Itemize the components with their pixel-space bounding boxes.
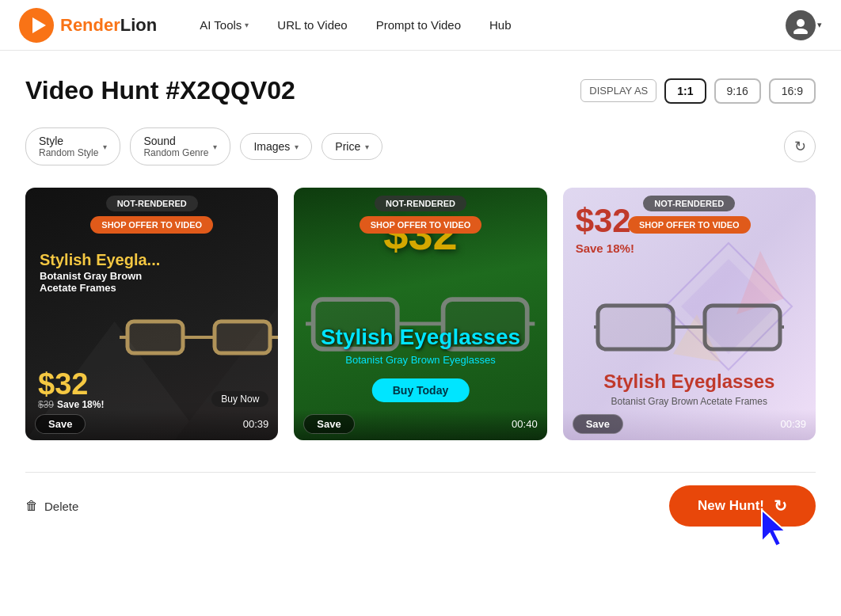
card-1-save-button[interactable]: Save bbox=[35, 414, 86, 434]
page-title: Video Hunt #X2QQV02 bbox=[25, 76, 295, 105]
card-2-not-rendered-badge: NOT-RENDERED bbox=[375, 196, 466, 211]
card-1-footer: Save 00:39 bbox=[25, 409, 278, 440]
card-2-buy-today-button[interactable]: Buy Today bbox=[372, 378, 470, 402]
card-1-sub1: Botanist Gray Brown bbox=[40, 270, 160, 282]
svg-point-3 bbox=[793, 29, 808, 34]
style-filter-button[interactable]: Style Random Style ▾ bbox=[25, 127, 120, 165]
logo-text: RenderLion bbox=[60, 15, 157, 36]
display-as-label: DISPLAY AS bbox=[580, 79, 656, 102]
card-2-shop-offer-badge: SHOP OFFER TO VIDEO bbox=[360, 216, 482, 234]
sound-chevron-icon: ▾ bbox=[213, 143, 217, 151]
logo-icon bbox=[19, 8, 54, 43]
card-3-duration: 00:39 bbox=[780, 418, 806, 430]
display-as-row: DISPLAY AS 1:1 9:16 16:9 bbox=[580, 78, 816, 104]
user-icon bbox=[792, 17, 809, 34]
card-2-save-button[interactable]: Save bbox=[303, 414, 354, 434]
card-1-title: Stylish Eyegla... bbox=[40, 251, 160, 268]
card-1-not-rendered-badge: NOT-RENDERED bbox=[106, 196, 198, 211]
ratio-16-9-button[interactable]: 16:9 bbox=[769, 78, 816, 104]
card-3-glasses-icon bbox=[594, 290, 784, 361]
card-1-glasses-icon bbox=[120, 298, 278, 377]
top-refresh-button[interactable]: ↻ bbox=[784, 131, 816, 162]
logo[interactable]: RenderLion bbox=[19, 8, 157, 43]
nav-url-to-video[interactable]: URL to Video bbox=[266, 12, 358, 38]
card-1-price-area: $32 $39 Save 18%! bbox=[38, 369, 104, 410]
card-3-not-rendered-badge: NOT-RENDERED bbox=[643, 196, 735, 211]
video-grid: NOT-RENDERED SHOP OFFER TO VIDEO Stylish… bbox=[25, 188, 816, 440]
refresh-icon: ↻ bbox=[794, 138, 806, 155]
svg-point-2 bbox=[797, 19, 805, 27]
new-hunt-button[interactable]: New Hunt! ↻ bbox=[669, 485, 816, 527]
card-1-old-price: $39 bbox=[38, 399, 54, 410]
nav-ai-tools[interactable]: AI Tools ▾ bbox=[188, 12, 260, 38]
card-1-badge-area: NOT-RENDERED SHOP OFFER TO VIDEO bbox=[25, 196, 278, 234]
card-3-footer: Save 00:39 bbox=[563, 409, 816, 440]
card-2-footer: Save 00:40 bbox=[294, 409, 546, 440]
card-1-title-area: Stylish Eyegla... Botanist Gray Brown Ac… bbox=[40, 251, 160, 294]
header: RenderLion AI Tools ▾ URL to Video Promp… bbox=[0, 0, 841, 51]
delete-button[interactable]: 🗑 Delete bbox=[25, 492, 78, 519]
card-1-price: $32 bbox=[38, 369, 104, 399]
card-1-buy-now-button[interactable]: Buy Now bbox=[211, 391, 268, 407]
nav-prompt-to-video[interactable]: Prompt to Video bbox=[365, 12, 472, 38]
account-avatar[interactable] bbox=[786, 10, 816, 40]
svg-rect-12 bbox=[216, 323, 268, 352]
nav: AI Tools ▾ URL to Video Prompt to Video … bbox=[188, 12, 786, 38]
card-1-sub2: Acetate Frames bbox=[40, 282, 160, 294]
header-right: ▾ bbox=[786, 10, 822, 40]
video-card-2[interactable]: NOT-RENDERED SHOP OFFER TO VIDEO $32 Sty… bbox=[294, 188, 546, 440]
style-chevron-icon: ▾ bbox=[103, 143, 107, 151]
ratio-1-1-button[interactable]: 1:1 bbox=[664, 78, 706, 104]
images-filter-button[interactable]: Images ▾ bbox=[240, 133, 312, 160]
card-3-save-text: Save 18%! bbox=[576, 241, 634, 255]
card-2-buy-today-area: Buy Today bbox=[372, 383, 470, 397]
card-2-duration: 00:40 bbox=[512, 418, 538, 430]
nav-hub[interactable]: Hub bbox=[478, 12, 523, 38]
card-3-save-button[interactable]: Save bbox=[573, 414, 623, 434]
filter-bar: Style Random Style ▾ Sound Random Genre … bbox=[25, 127, 816, 165]
card-3-subtitle: Botanist Gray Brown Acetate Frames bbox=[563, 396, 816, 407]
new-hunt-refresh-icon: ↻ bbox=[774, 496, 787, 515]
card-1-buy-now-area: Buy Now bbox=[211, 391, 268, 405]
main-content: Video Hunt #X2QQV02 DISPLAY AS 1:1 9:16 … bbox=[0, 51, 841, 546]
account-chevron-icon[interactable]: ▾ bbox=[817, 20, 822, 30]
price-filter-button[interactable]: Price ▾ bbox=[322, 133, 382, 160]
card-1-save-text: Save 18%! bbox=[57, 399, 104, 410]
ratio-9-16-button[interactable]: 9:16 bbox=[714, 78, 761, 104]
price-chevron-icon: ▾ bbox=[365, 143, 369, 151]
card-3-title: Stylish Eyeglasses bbox=[563, 371, 816, 393]
card-2-badge-area: NOT-RENDERED SHOP OFFER TO VIDEO bbox=[294, 196, 546, 234]
card-2-title: Stylish Eyeglasses bbox=[294, 325, 546, 350]
video-card-1[interactable]: NOT-RENDERED SHOP OFFER TO VIDEO Stylish… bbox=[25, 188, 278, 440]
card-3-shop-offer-badge: SHOP OFFER TO VIDEO bbox=[628, 216, 751, 234]
title-row: Video Hunt #X2QQV02 DISPLAY AS 1:1 9:16 … bbox=[25, 76, 816, 105]
ai-tools-chevron-icon: ▾ bbox=[245, 21, 249, 29]
card-1-shop-offer-badge: SHOP OFFER TO VIDEO bbox=[90, 216, 213, 234]
svg-rect-30 bbox=[706, 307, 778, 348]
trash-icon: 🗑 bbox=[25, 499, 38, 513]
card-1-duration: 00:39 bbox=[243, 418, 269, 430]
images-chevron-icon: ▾ bbox=[295, 143, 299, 151]
svg-rect-11 bbox=[129, 323, 181, 352]
video-card-3[interactable]: NOT-RENDERED SHOP OFFER TO VIDEO $32 $39… bbox=[563, 188, 816, 440]
card-3-badge-area: NOT-RENDERED SHOP OFFER TO VIDEO bbox=[563, 196, 816, 234]
sound-filter-button[interactable]: Sound Random Genre ▾ bbox=[130, 127, 230, 165]
bottom-row: 🗑 Delete New Hunt! ↻ bbox=[25, 472, 816, 546]
svg-rect-29 bbox=[599, 307, 672, 348]
card-2-subtitle: Botanist Gray Brown Eyeglasses bbox=[294, 354, 546, 366]
